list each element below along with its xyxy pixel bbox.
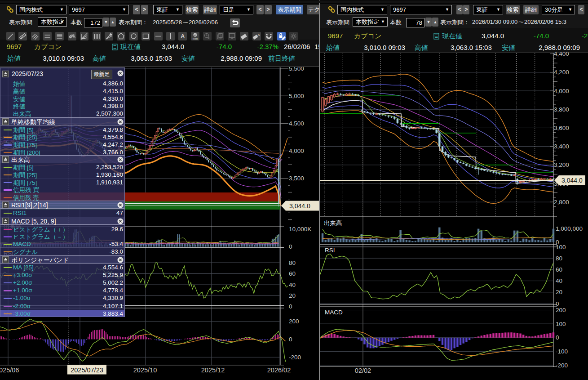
svg-text:100: 100 [556, 321, 566, 327]
svg-text:02/02: 02/02 [355, 367, 371, 374]
svg-text:4,200: 4,200 [554, 69, 569, 76]
svg-text:出来高: 出来高 [324, 220, 342, 227]
svg-text:4,000: 4,000 [554, 88, 569, 94]
svg-text:1,000,000: 1,000,000 [556, 225, 583, 232]
svg-text:60: 60 [556, 266, 562, 273]
svg-text:3,200: 3,200 [554, 161, 569, 168]
svg-text:3,600: 3,600 [554, 125, 569, 131]
svg-text:RSI: RSI [325, 247, 335, 254]
svg-text:-100: -100 [556, 348, 568, 355]
svg-text:-200: -200 [556, 362, 568, 369]
svg-text:40: 40 [556, 277, 562, 284]
svg-text:200: 200 [556, 307, 566, 313]
svg-text:80: 80 [556, 255, 562, 262]
svg-text:0: 0 [556, 300, 559, 307]
svg-text:20: 20 [556, 289, 562, 295]
svg-text:0: 0 [556, 334, 559, 341]
svg-text:2,800: 2,800 [554, 199, 569, 206]
svg-text:3,400: 3,400 [554, 143, 569, 150]
svg-text:100: 100 [556, 244, 566, 250]
svg-text:4,400: 4,400 [554, 50, 569, 57]
svg-text:3,044.0: 3,044.0 [561, 177, 583, 184]
svg-text:3,800: 3,800 [554, 106, 569, 113]
